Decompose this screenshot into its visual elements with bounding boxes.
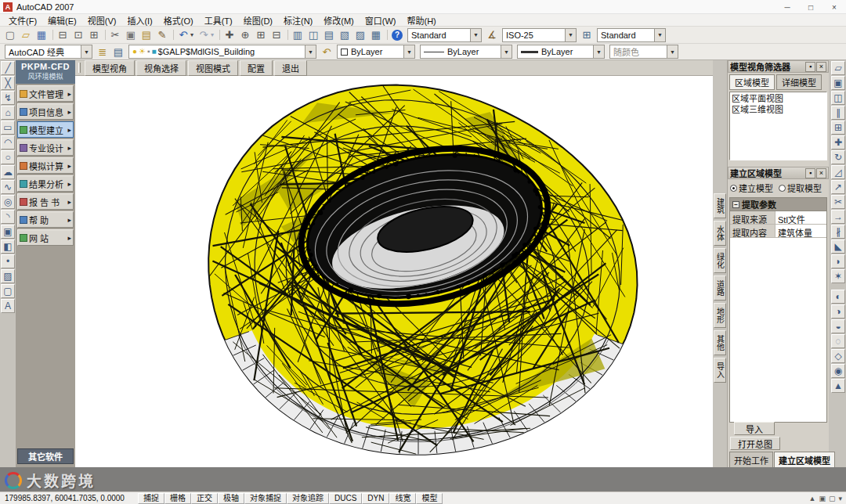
sep[interactable] xyxy=(831,284,845,289)
construction-line-icon[interactable]: ╳ xyxy=(1,76,15,90)
layer-previous-icon[interactable]: ↶ xyxy=(319,45,334,59)
match-properties-icon[interactable]: ✎ xyxy=(154,27,170,42)
render-icon[interactable]: ▲ xyxy=(831,379,845,393)
category-tab-road[interactable]: 道路 xyxy=(714,275,726,301)
pkpm-item-pro-design[interactable]: 专业设计 ▸ xyxy=(17,139,74,156)
polyline-icon[interactable]: ↯ xyxy=(1,91,15,105)
explode-icon[interactable]: ✶ xyxy=(831,269,845,283)
dyn-toggle[interactable]: DYN xyxy=(362,493,389,504)
trim-icon[interactable]: ✂ xyxy=(831,195,845,209)
grid-toggle[interactable]: 栅格 xyxy=(164,493,191,504)
radio-extract-model[interactable]: 提取模型 xyxy=(779,182,822,194)
sheet-set-manager-icon[interactable]: ▧ xyxy=(337,27,352,42)
close-icon[interactable]: × xyxy=(816,168,826,178)
zoom-window-icon[interactable]: ⊞ xyxy=(253,27,269,42)
tablestyle-combo[interactable]: Standard ▼ xyxy=(597,28,666,42)
erase-icon[interactable]: ▱ xyxy=(831,61,845,75)
snap-toggle[interactable]: 捕捉 xyxy=(138,493,164,504)
view-list-item[interactable]: 区域三维视图 xyxy=(732,104,825,115)
tab-build-region[interactable]: 建立区域模型 xyxy=(774,452,835,469)
category-tab-import[interactable]: 导入 xyxy=(714,358,726,383)
maximize-button[interactable]: □ xyxy=(799,0,822,14)
ellipse-icon[interactable]: ◎ xyxy=(1,195,15,209)
intersect-icon[interactable]: ◒ xyxy=(831,319,845,333)
align-icon[interactable]: ◇ xyxy=(831,349,845,363)
lwt-toggle[interactable]: 线宽 xyxy=(389,493,416,504)
tab-region-model[interactable]: 区域模型 xyxy=(729,74,775,90)
category-tab-water[interactable]: 水体 xyxy=(714,221,726,246)
dimstyle-icon[interactable]: ∡ xyxy=(484,27,500,42)
collapse-icon[interactable]: − xyxy=(732,201,739,208)
toolbar-grip[interactable] xyxy=(78,63,81,73)
pin-icon[interactable]: ▪ xyxy=(805,168,815,178)
chamfer-icon[interactable]: ◣ xyxy=(831,239,845,254)
dimstyle-combo[interactable]: ISO-25 ▼ xyxy=(502,28,577,42)
status-tray-icon[interactable]: ▣ xyxy=(819,495,826,502)
break-icon[interactable]: ∦ xyxy=(831,225,845,239)
pkpm-item-help[interactable]: 帮 助 ▸ xyxy=(17,211,74,228)
close-button[interactable]: × xyxy=(822,0,846,14)
spline-icon[interactable]: ∿ xyxy=(1,180,15,194)
pkpm-item-report[interactable]: 报 告 书 ▸ xyxy=(17,193,74,210)
pkpm-item-simulation[interactable]: 模拟计算 ▸ xyxy=(17,157,74,174)
shade-icon[interactable]: ◉ xyxy=(831,364,845,378)
menu-item[interactable]: 文件(F) xyxy=(3,14,42,27)
designcenter-icon[interactable]: ◫ xyxy=(306,27,321,42)
point-icon[interactable]: • xyxy=(1,254,15,268)
pkpm-item-file-manage[interactable]: 文件管理 ▸ xyxy=(17,85,74,102)
menu-item[interactable]: 编辑(E) xyxy=(42,14,82,27)
extend-icon[interactable]: → xyxy=(831,210,845,224)
quickcalc-icon[interactable]: ▦ xyxy=(368,27,384,42)
mirror-icon[interactable]: ◫ xyxy=(831,91,845,105)
model-toggle[interactable]: 模型 xyxy=(416,493,443,504)
menu-item[interactable]: 标注(N) xyxy=(278,14,318,27)
params-group-header[interactable]: − 提取参数 xyxy=(730,198,826,211)
sep[interactable] xyxy=(49,27,55,42)
model-view-button[interactable]: 模型视角 xyxy=(85,60,135,76)
line-icon[interactable]: ╱ xyxy=(1,61,15,75)
menu-item[interactable]: 窗口(W) xyxy=(360,14,402,27)
category-tab-building[interactable]: 建筑 xyxy=(714,193,726,218)
undo-arrow-icon[interactable]: ▾ xyxy=(188,27,196,42)
zoom-realtime-icon[interactable]: ⊕ xyxy=(237,27,253,42)
menu-item[interactable]: 绘图(D) xyxy=(238,14,278,27)
pkpm-item-website[interactable]: 网 站 ▸ xyxy=(17,229,74,246)
arc-icon[interactable]: ◠ xyxy=(1,135,15,149)
save-icon[interactable]: ▦ xyxy=(34,27,49,42)
qnew-icon[interactable]: ▢ xyxy=(2,27,18,42)
linetype-combo[interactable]: ByLayer ▼ xyxy=(420,45,512,59)
scale-icon[interactable]: ◿ xyxy=(831,165,845,179)
command-area[interactable]: 大数跨境 xyxy=(0,467,846,491)
ducs-toggle[interactable]: DUCS xyxy=(329,493,362,504)
menu-item[interactable]: 视图(V) xyxy=(82,14,122,27)
circle-icon[interactable]: ○ xyxy=(1,150,15,164)
tab-detail-model[interactable]: 详细模型 xyxy=(776,74,822,90)
sep[interactable] xyxy=(170,27,175,42)
tray-chevron-icon[interactable]: ▾ xyxy=(838,495,842,502)
close-icon[interactable]: × xyxy=(816,62,826,72)
tablestyle-icon[interactable]: ⊞ xyxy=(579,27,595,42)
insert-block-icon[interactable]: ▣ xyxy=(1,225,15,239)
lineweight-combo[interactable]: ByLayer ▼ xyxy=(517,45,605,59)
publish-icon[interactable]: ⊞ xyxy=(86,27,102,42)
param-value[interactable]: Stl文件 xyxy=(776,211,826,224)
pan-icon[interactable]: ✚ xyxy=(222,27,237,42)
orbit-icon[interactable]: ◌ xyxy=(831,334,845,348)
region-icon[interactable]: ▢ xyxy=(1,284,15,298)
pkpm-item-project-info[interactable]: 项目信息 ▸ xyxy=(17,103,74,120)
revcloud-icon[interactable]: ☁ xyxy=(1,165,15,179)
menu-item[interactable]: 工具(T) xyxy=(199,14,238,27)
annotation-scale-icon[interactable]: ▲ xyxy=(809,495,816,502)
tab-start-work[interactable]: 开始工作 xyxy=(729,452,773,469)
copy-object-icon[interactable]: ▣ xyxy=(831,76,845,90)
redo-arrow-icon[interactable]: ▾ xyxy=(208,27,216,42)
markup-icon[interactable]: ▨ xyxy=(352,27,368,42)
ortho-toggle[interactable]: 正交 xyxy=(191,493,218,504)
menu-item[interactable]: 修改(M) xyxy=(318,14,360,27)
category-tab-other[interactable]: 其他 xyxy=(714,330,726,355)
exit-button[interactable]: 退出 xyxy=(274,60,307,76)
copy-icon[interactable]: ▣ xyxy=(123,27,139,42)
offset-icon[interactable]: ∥ xyxy=(831,106,845,120)
workspace-combo[interactable]: AutoCAD 经典 ▼ xyxy=(5,45,92,59)
properties-icon[interactable]: ▥ xyxy=(290,27,306,42)
